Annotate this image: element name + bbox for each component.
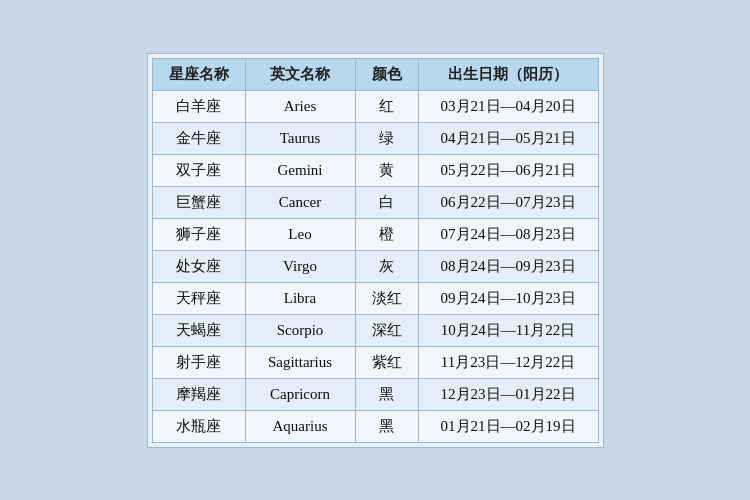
cell-english: Cancer [245,186,355,218]
cell-date: 06月22日—07月23日 [418,186,598,218]
cell-chinese: 摩羯座 [152,378,245,410]
cell-date: 01月21日—02月19日 [418,410,598,442]
cell-chinese: 巨蟹座 [152,186,245,218]
cell-chinese: 白羊座 [152,90,245,122]
cell-english: Aquarius [245,410,355,442]
cell-english: Scorpio [245,314,355,346]
cell-color: 红 [355,90,418,122]
table-row: 双子座Gemini黄05月22日—06月21日 [152,154,598,186]
cell-chinese: 天蝎座 [152,314,245,346]
header-color: 颜色 [355,58,418,90]
cell-color: 紫红 [355,346,418,378]
table-row: 金牛座Taurus绿04月21日—05月21日 [152,122,598,154]
cell-color: 黑 [355,410,418,442]
cell-english: Leo [245,218,355,250]
cell-english: Libra [245,282,355,314]
cell-chinese: 双子座 [152,154,245,186]
cell-color: 绿 [355,122,418,154]
cell-chinese: 天秤座 [152,282,245,314]
table-header-row: 星座名称 英文名称 颜色 出生日期（阳历） [152,58,598,90]
table-row: 天秤座Libra淡红09月24日—10月23日 [152,282,598,314]
table-row: 处女座Virgo灰08月24日—09月23日 [152,250,598,282]
cell-date: 09月24日—10月23日 [418,282,598,314]
cell-color: 黑 [355,378,418,410]
table-row: 射手座Sagittarius紫红11月23日—12月22日 [152,346,598,378]
cell-chinese: 射手座 [152,346,245,378]
cell-chinese: 处女座 [152,250,245,282]
cell-date: 04月21日—05月21日 [418,122,598,154]
cell-english: Taurus [245,122,355,154]
header-english: 英文名称 [245,58,355,90]
table-row: 水瓶座Aquarius黑01月21日—02月19日 [152,410,598,442]
cell-date: 03月21日—04月20日 [418,90,598,122]
table-row: 摩羯座Capricorn黑12月23日—01月22日 [152,378,598,410]
table-row: 巨蟹座Cancer白06月22日—07月23日 [152,186,598,218]
zodiac-table-container: 星座名称 英文名称 颜色 出生日期（阳历） 白羊座Aries红03月21日—04… [147,53,604,448]
zodiac-table: 星座名称 英文名称 颜色 出生日期（阳历） 白羊座Aries红03月21日—04… [152,58,599,443]
cell-date: 07月24日—08月23日 [418,218,598,250]
cell-chinese: 水瓶座 [152,410,245,442]
table-row: 白羊座Aries红03月21日—04月20日 [152,90,598,122]
cell-chinese: 金牛座 [152,122,245,154]
cell-color: 深红 [355,314,418,346]
cell-date: 05月22日—06月21日 [418,154,598,186]
cell-color: 白 [355,186,418,218]
cell-english: Capricorn [245,378,355,410]
cell-date: 11月23日—12月22日 [418,346,598,378]
cell-english: Virgo [245,250,355,282]
cell-color: 黄 [355,154,418,186]
table-row: 天蝎座Scorpio深红10月24日—11月22日 [152,314,598,346]
table-row: 狮子座Leo橙07月24日—08月23日 [152,218,598,250]
cell-date: 10月24日—11月22日 [418,314,598,346]
header-chinese: 星座名称 [152,58,245,90]
cell-english: Sagittarius [245,346,355,378]
cell-date: 08月24日—09月23日 [418,250,598,282]
cell-english: Gemini [245,154,355,186]
cell-chinese: 狮子座 [152,218,245,250]
cell-english: Aries [245,90,355,122]
cell-color: 橙 [355,218,418,250]
cell-color: 淡红 [355,282,418,314]
header-date: 出生日期（阳历） [418,58,598,90]
cell-color: 灰 [355,250,418,282]
cell-date: 12月23日—01月22日 [418,378,598,410]
